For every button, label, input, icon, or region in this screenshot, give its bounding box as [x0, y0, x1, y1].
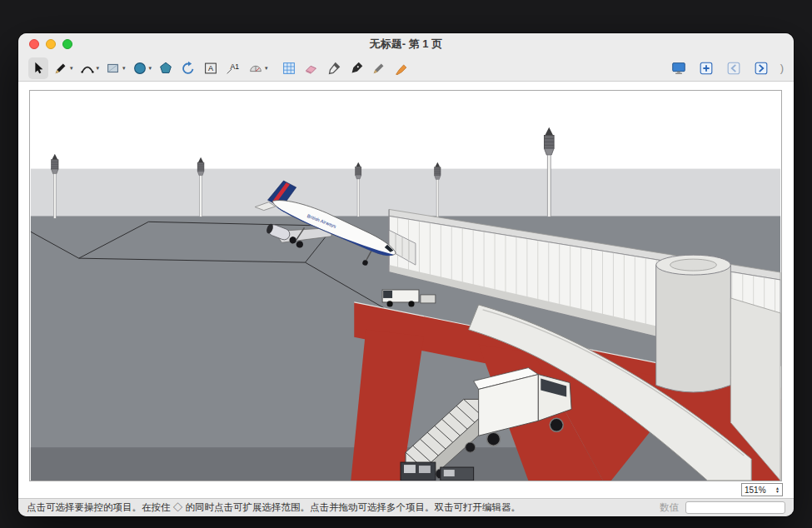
eyedropper-icon [326, 60, 342, 77]
close-button[interactable] [29, 39, 39, 49]
pencil-tool-button[interactable] [369, 57, 389, 79]
value-input[interactable] [685, 501, 785, 514]
text-box-icon: A [202, 60, 219, 77]
arrow-right-icon [753, 60, 770, 77]
horizon-band [31, 169, 780, 217]
grid-tool-button[interactable] [279, 57, 299, 79]
label-tool-button[interactable]: A1 [223, 57, 243, 79]
status-bar: 点击可选择要操控的项目。在按住 ◇ 的同时点击可扩展选择范围。点击并拖动可选择多… [18, 498, 794, 516]
zoom-select[interactable]: 151% ▲▼ [741, 483, 783, 496]
status-hint: 点击可选择要操控的项目。在按住 ◇ 的同时点击可扩展选择范围。点击并拖动可选择多… [27, 501, 653, 514]
text-tool-button[interactable]: A [201, 57, 221, 79]
polygon-tool-button[interactable] [156, 57, 176, 79]
minimize-button[interactable] [46, 39, 56, 49]
arc-icon [79, 60, 96, 77]
viewport-canvas[interactable]: British Airways [29, 90, 782, 481]
select-tool-button[interactable] [28, 57, 48, 79]
arc-tool-button[interactable]: ▾ [77, 57, 102, 79]
toolbar-right-group: ) [669, 57, 784, 79]
app-window: 无标题- 第 1 页 ▾ ▾ [18, 33, 794, 516]
highlighter-icon [393, 60, 410, 77]
zoom-row: 151% ▲▼ [18, 481, 794, 498]
pen-tool-button[interactable] [346, 57, 366, 79]
svg-text:A: A [208, 64, 214, 72]
label-icon: A1 [225, 60, 242, 77]
eraser-icon [303, 60, 320, 77]
eraser-tool-button[interactable] [301, 57, 321, 79]
display-button[interactable] [669, 57, 689, 79]
rotate-tool-button[interactable] [178, 57, 198, 79]
protractor-icon [247, 60, 264, 77]
value-label: 数值 [660, 501, 679, 514]
title-bar[interactable]: 无标题- 第 1 页 [18, 33, 794, 55]
dropdown-caret-icon: ▾ [70, 65, 73, 71]
traffic-lights [29, 39, 72, 49]
pencil-gray-icon [371, 60, 387, 77]
axes-tool-button[interactable]: ▾ [246, 57, 270, 79]
back-button[interactable] [724, 57, 744, 79]
circle-icon [132, 60, 148, 77]
add-scene-button[interactable] [696, 57, 716, 79]
circle-tool-button[interactable]: ▾ [130, 57, 154, 79]
window-title: 无标题- 第 1 页 [370, 37, 442, 52]
monitor-icon [670, 60, 687, 77]
highlighter-tool-button[interactable] [391, 57, 411, 79]
pencil-icon [52, 60, 69, 77]
toolbar: ▾ ▾ ▾ ▾ [18, 55, 794, 82]
zoom-value: 151% [745, 486, 766, 495]
select-cursor-icon [30, 60, 47, 77]
pen-icon [348, 60, 365, 77]
arrow-left-icon [725, 60, 742, 77]
zoom-window-button[interactable] [62, 39, 72, 49]
svg-text:A1: A1 [231, 62, 240, 71]
rotate-arrow-icon [180, 60, 197, 77]
pentagon-icon [157, 60, 174, 77]
dropdown-caret-icon: ▾ [122, 65, 126, 71]
plus-icon [698, 60, 715, 77]
eyedropper-tool-button[interactable] [324, 57, 344, 79]
dropdown-caret-icon: ▾ [149, 65, 152, 71]
dropdown-caret-icon: ▾ [265, 65, 268, 71]
line-tool-button[interactable]: ▾ [51, 57, 75, 79]
rectangle-icon [105, 60, 122, 77]
grid-icon [281, 60, 297, 77]
toolbar-overflow-indicator: ) [780, 62, 784, 74]
zoom-stepper-icon: ▲▼ [775, 486, 780, 493]
viewport-area: British Airways [18, 82, 794, 481]
shape-tool-button[interactable]: ▾ [103, 57, 127, 79]
desktop: 无标题- 第 1 页 ▾ ▾ [0, 0, 812, 528]
forward-button[interactable] [751, 57, 771, 79]
dropdown-caret-icon: ▾ [97, 65, 100, 71]
